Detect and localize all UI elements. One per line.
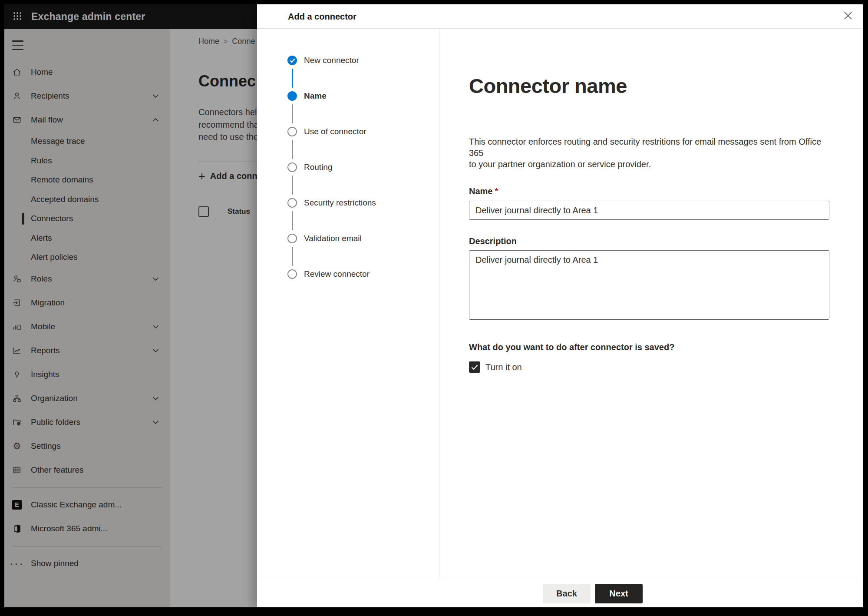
app-window: Exchange admin center Home Recipien — [4, 4, 863, 607]
required-marker: * — [495, 186, 498, 196]
migration-icon — [12, 298, 22, 308]
dialog-content: Connector name This connector enforces r… — [440, 29, 863, 578]
connector-description-textarea[interactable]: Deliver journal directly to Area 1 — [469, 250, 829, 320]
sidebar-item-roles[interactable]: Roles — [4, 267, 170, 291]
exchange-logo-icon: E — [12, 500, 22, 510]
breadcrumb-separator-icon: > — [224, 38, 228, 46]
chevron-down-icon — [152, 325, 159, 329]
turn-it-on-option[interactable]: Turn it on — [469, 361, 829, 373]
step-routing[interactable]: Routing — [287, 162, 439, 198]
sidebar-item-microsoft-365-admin[interactable]: Microsoft 365 admi... — [4, 517, 170, 541]
close-button[interactable] — [841, 10, 855, 23]
hamburger-menu-button[interactable] — [12, 40, 23, 50]
wizard-steps: New connector Name Use of connector Rout… — [257, 29, 439, 578]
gear-icon: ⚙ — [12, 441, 22, 451]
step-pending-icon — [287, 162, 297, 172]
waffle-icon — [12, 11, 23, 23]
name-field-label: Name* — [469, 186, 829, 196]
mobile-icon — [12, 321, 22, 332]
left-navigation: Home Recipients Mail flow — [4, 29, 170, 607]
sidebar-item-organization[interactable]: Organization — [4, 387, 170, 411]
org-chart-icon — [12, 393, 22, 404]
sidebar-item-message-trace[interactable]: Message trace — [4, 132, 170, 151]
chevron-down-icon — [152, 94, 159, 98]
grid-icon — [12, 465, 22, 475]
sidebar-item-recipients[interactable]: Recipients — [4, 84, 170, 108]
sidebar-item-reports[interactable]: Reports — [4, 339, 170, 363]
sidebar-item-alert-policies[interactable]: Alert policies — [4, 248, 170, 267]
step-review-connector[interactable]: Review connector — [287, 269, 439, 305]
mail-icon — [12, 115, 22, 125]
sidebar-item-public-folders[interactable]: Public folders — [4, 411, 170, 434]
chevron-down-icon — [152, 277, 159, 281]
ellipsis-icon: ··· — [12, 558, 22, 569]
sidebar-item-show-pinned[interactable]: ··· Show pinned — [4, 552, 170, 576]
step-completed-icon — [287, 56, 297, 65]
step-name[interactable]: Name — [287, 91, 439, 127]
next-button[interactable]: Next — [595, 584, 643, 603]
sidebar-item-classic-exchange-admin[interactable]: E Classic Exchange adm... — [4, 493, 170, 517]
add-connector-dialog: Add a connector New connector Na — [257, 4, 863, 607]
checked-checkbox-icon[interactable] — [469, 361, 480, 373]
roles-icon — [12, 274, 22, 284]
sidebar-item-remote-domains[interactable]: Remote domains — [4, 170, 170, 190]
chevron-down-icon — [152, 348, 159, 353]
breadcrumb-home[interactable]: Home — [198, 37, 219, 46]
sidebar-item-accepted-domains[interactable]: Accepted domains — [4, 190, 170, 209]
step-security-restrictions[interactable]: Security restrictions — [287, 198, 439, 234]
home-icon — [12, 67, 22, 77]
sidebar-item-rules[interactable]: Rules — [4, 151, 170, 171]
sidebar-item-mail-flow[interactable]: Mail flow — [4, 108, 170, 132]
step-pending-icon — [287, 234, 297, 243]
back-button[interactable]: Back — [543, 584, 591, 603]
step-new-connector[interactable]: New connector — [287, 56, 439, 91]
select-all-checkbox[interactable] — [198, 206, 209, 217]
dialog-header: Add a connector — [257, 4, 863, 29]
dialog-title: Add a connector — [288, 4, 356, 29]
reports-icon — [12, 345, 22, 356]
plus-icon: + — [198, 171, 205, 182]
sidebar-item-mobile[interactable]: Mobile — [4, 315, 170, 339]
turn-it-on-label: Turn it on — [485, 362, 522, 372]
lightbulb-icon — [12, 369, 22, 380]
sidebar-item-other-features[interactable]: Other features — [4, 458, 170, 482]
step-pending-icon — [287, 127, 297, 136]
sidebar-item-insights[interactable]: Insights — [4, 363, 170, 387]
sidebar-divider — [13, 546, 162, 546]
sidebar-item-migration[interactable]: Migration — [4, 291, 170, 315]
step-pending-icon — [287, 269, 297, 279]
step-pending-icon — [287, 198, 297, 208]
breadcrumb-connectors[interactable]: Conne — [232, 37, 255, 46]
folder-globe-icon — [12, 417, 22, 427]
dialog-footer: Back Next — [257, 578, 863, 607]
status-column-header[interactable]: Status — [228, 207, 250, 216]
step-use-of-connector[interactable]: Use of connector — [287, 127, 439, 162]
chevron-down-icon — [152, 396, 159, 401]
nav-list: Home Recipients Mail flow — [4, 60, 170, 576]
connector-name-input[interactable] — [469, 201, 829, 220]
step-description: This connector enforces routing and secu… — [469, 136, 829, 170]
app-launcher-button[interactable] — [8, 7, 27, 26]
person-icon — [12, 91, 22, 101]
after-save-question: What do you want to do after connector i… — [469, 342, 829, 352]
chevron-up-icon — [152, 118, 159, 122]
microsoft-365-logo-icon — [12, 523, 22, 534]
step-current-icon — [287, 91, 297, 101]
chevron-down-icon — [152, 420, 159, 424]
sidebar-divider — [13, 487, 162, 488]
description-field-label: Description — [469, 236, 829, 246]
sidebar-item-home[interactable]: Home — [4, 60, 170, 84]
sidebar-item-connectors[interactable]: Connectors — [4, 209, 170, 229]
step-heading: Connector name — [469, 74, 829, 98]
app-title: Exchange admin center — [31, 11, 145, 23]
sidebar-item-settings[interactable]: ⚙ Settings — [4, 434, 170, 458]
close-icon — [843, 11, 853, 22]
step-validation-email[interactable]: Validation email — [287, 234, 439, 269]
sidebar-item-alerts[interactable]: Alerts — [4, 229, 170, 248]
screenshot-frame: Exchange admin center Home Recipien — [0, 0, 868, 616]
